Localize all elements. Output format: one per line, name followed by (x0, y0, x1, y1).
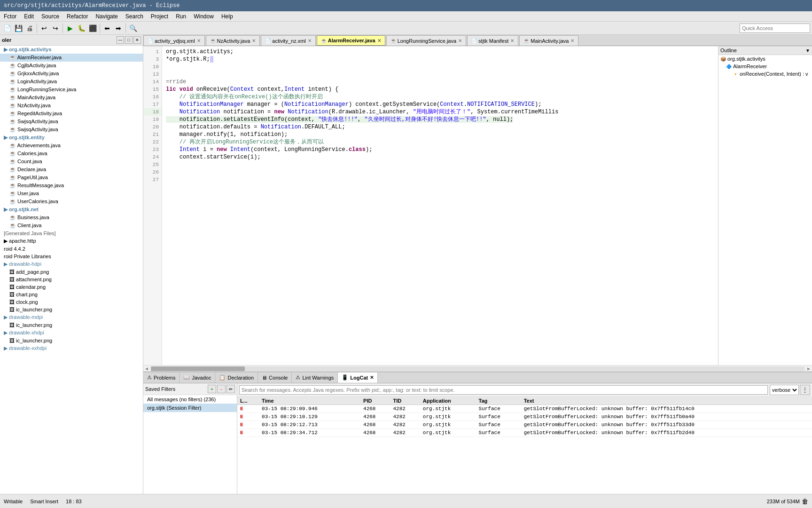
logcat-close-icon[interactable]: ✕ (370, 375, 374, 380)
sidebar-item-android442[interactable]: roid 4.4.2 (0, 245, 143, 253)
outline-item-package[interactable]: 📦 org.stjtk.activitys (718, 55, 812, 63)
redo-button[interactable]: ↪ (50, 23, 61, 33)
sidebar-item-add-page[interactable]: 🖼 add_page.png (0, 268, 143, 276)
sidebar-item-chart[interactable]: 🖼 chart.png (0, 291, 143, 298)
tab-longrunning[interactable]: ☕ LongRunningService.java ✕ (386, 35, 466, 46)
bottom-tab-declaration[interactable]: 📋 Declaration (215, 373, 258, 383)
sidebar-item-usercalories[interactable]: ☕ UserCalories.java (0, 198, 143, 206)
sidebar-maximize-button[interactable]: □ (125, 36, 133, 44)
menu-navigate[interactable]: Navigate (92, 12, 121, 21)
sidebar-item-calendar[interactable]: 🖼 calendar.png (0, 283, 143, 291)
sidebar-item-swjsq1[interactable]: ☕ SwjsqActivity.java (0, 118, 143, 126)
tab-close-mainactivity[interactable]: ✕ (570, 38, 574, 43)
sidebar-item-declare[interactable]: ☕ Declare.java (0, 166, 143, 174)
menu-edit[interactable]: Edit (20, 12, 38, 21)
sidebar-item-mainactivity[interactable]: ☕ MainActivity.java (0, 94, 143, 102)
tab-activity-nz[interactable]: 📄 activity_nz.xml ✕ (261, 35, 316, 46)
remove-filter-button[interactable]: - (217, 385, 226, 393)
menu-help[interactable]: Help (218, 12, 237, 21)
sidebar-item-client[interactable]: ☕ Client.java (0, 222, 143, 230)
table-row[interactable]: E 03-15 08:29:12.713 4268 4282 org.stjtk… (237, 421, 812, 429)
sidebar-item-achievements[interactable]: ☕ Achievements.java (0, 142, 143, 150)
sidebar-item-alarmreceiver[interactable]: ☕ AlarmReceiver.java (0, 54, 143, 62)
bottom-tab-problems[interactable]: ⚠ Problems (143, 373, 180, 383)
sidebar-item-drawable-hdpi[interactable]: ▶ drawable-hdpi (0, 260, 143, 268)
sidebar-item-drawable-xxhdpi[interactable]: ▶ drawable-xxhdpi (0, 344, 143, 352)
sidebar-item-generated[interactable]: [Generated Java Files] (0, 230, 143, 237)
tab-nzactivity[interactable]: ☕ NzActivity.java ✕ (206, 35, 260, 46)
menu-fctor[interactable]: Fctor (0, 12, 20, 21)
tab-alarmreceiver[interactable]: ☕ AlarmReceiver.java ✕ (317, 35, 385, 46)
menu-source[interactable]: Source (38, 12, 63, 21)
edit-filter-button[interactable]: ✏ (226, 385, 235, 393)
sidebar-item-calories[interactable]: ☕ Calories.java (0, 150, 143, 158)
sidebar-item-ic-launcher-hdpi[interactable]: 🖼 ic_launcher.png (0, 306, 143, 313)
sidebar-item-regedit[interactable]: ☕ RegeditActivity.java (0, 110, 143, 118)
sidebar-item-net[interactable]: ▶ org.stjtk.net (0, 206, 143, 214)
sidebar-item-ic-launcher-xhdpi[interactable]: 🖼 ic_launcher.png (0, 337, 143, 344)
sidebar-item-pageutil[interactable]: ☕ PageUtil.java (0, 174, 143, 182)
sidebar-item-count[interactable]: ☕ Count.java (0, 158, 143, 166)
new-button[interactable]: 📄 (2, 23, 12, 33)
sidebar-item-longrunning[interactable]: ☕ LongRunningService.java (0, 86, 143, 94)
sidebar-item-attachment[interactable]: 🖼 attachment.png (0, 276, 143, 283)
tab-close-longrunning[interactable]: ✕ (458, 38, 462, 43)
logcat-table[interactable]: L... Time PID TID Application Tag Text (237, 397, 812, 494)
sidebar-item-swjsq2[interactable]: ☕ SwjsqActivity.java (0, 126, 143, 134)
sidebar-item-clock[interactable]: 🖼 clock.png (0, 298, 143, 306)
table-row[interactable]: E 03-15 08:29:09.946 4268 4282 org.stjtk… (237, 405, 812, 413)
tab-close-activity-nz[interactable]: ✕ (308, 38, 312, 43)
filter-session[interactable]: org.stjtk (Session Filter) (143, 404, 237, 412)
bottom-tab-logcat[interactable]: 📱 LogCat ✕ (338, 373, 378, 383)
quick-access-input[interactable] (740, 24, 810, 33)
sidebar-item-user[interactable]: ☕ User.java (0, 190, 143, 198)
forward-button[interactable]: ➡ (113, 23, 124, 33)
menu-refactor[interactable]: Refactor (63, 12, 92, 21)
save-button[interactable]: 💾 (13, 23, 23, 33)
logcat-search-input[interactable] (239, 385, 768, 395)
tab-activity-ydjsq[interactable]: 📄 activity_ydjsq.xml ✕ (143, 35, 205, 46)
outline-item-method[interactable]: 🔸 onReceive(Context, Intent) : v (718, 70, 812, 78)
h-scroll-thumb[interactable] (151, 366, 245, 371)
sidebar-minimize-button[interactable]: — (117, 36, 124, 44)
code-content[interactable]: org.stjtk.activitys; *org.stjtk.R; =rrid… (162, 46, 718, 365)
h-scroll-left-arrow[interactable]: ◀ (143, 366, 150, 372)
code-editor[interactable]: 1 3 10 13 14 15 16 17 18 19 20 21 22 23 … (143, 46, 718, 365)
search-button[interactable]: 🔍 (128, 23, 138, 33)
h-scroll-track[interactable] (151, 366, 804, 371)
gc-button[interactable]: 🗑 (802, 498, 808, 505)
sidebar-item-ic-launcher-mdpi[interactable]: 🖼 ic_launcher.png (0, 321, 143, 329)
sidebar-item-entity[interactable]: ▶ org.stjtk.entity (0, 134, 143, 142)
sidebar-close-button[interactable]: ✕ (133, 36, 141, 44)
tab-manifest[interactable]: 📄 stjtk Manifest ✕ (467, 35, 518, 46)
table-row[interactable]: E 03-15 08:29:34.712 4268 4282 org.stjtk… (237, 429, 812, 437)
debug-button[interactable]: 🐛 (76, 23, 86, 33)
filter-all-messages[interactable]: All messages (no filters) (236) (143, 395, 237, 404)
outline-item-class[interactable]: 🔷 AlarmReceiver (718, 63, 812, 70)
sidebar-item-grjkxx[interactable]: ☕ GrjkxxActivity.java (0, 70, 143, 78)
menu-project[interactable]: Project (147, 12, 172, 21)
menu-run[interactable]: Run (172, 12, 190, 21)
bottom-tab-javadoc[interactable]: 📖 Javadoc (180, 373, 215, 383)
h-scroll-right-arrow[interactable]: ▶ (805, 366, 812, 372)
sidebar-item-drawable-xhdpi[interactable]: ▶ drawable-xhdpi (0, 329, 143, 337)
tab-mainactivity[interactable]: ☕ MainActivity.java ✕ (519, 35, 578, 46)
sidebar-item-private-libs[interactable]: roid Private Libraries (0, 253, 143, 260)
bottom-tab-console[interactable]: 🖥 Console (258, 373, 292, 383)
back-button[interactable]: ⬅ (102, 23, 112, 33)
tab-close-activity-ydjsq[interactable]: ✕ (197, 38, 201, 43)
table-row[interactable]: E 03-15 08:29:10.129 4268 4282 org.stjtk… (237, 413, 812, 421)
tab-close-nzactivity[interactable]: ✕ (252, 38, 256, 43)
sidebar-item-nzactivity[interactable]: ☕ NzActivity.java (0, 102, 143, 110)
menu-search[interactable]: Search (122, 12, 147, 21)
verbose-dropdown[interactable]: verbose (770, 385, 799, 395)
print-button[interactable]: 🖨 (24, 23, 35, 33)
outline-options-button[interactable]: ▼ (805, 48, 810, 53)
sidebar-item-apache[interactable]: ▶ apache.http (0, 237, 143, 245)
sidebar-item-business[interactable]: ☕ Business.java (0, 214, 143, 222)
sidebar-item-drawable-mdpi[interactable]: ▶ drawable-mdpi (0, 313, 143, 321)
run-button[interactable]: ▶ (65, 23, 75, 33)
add-filter-button[interactable]: + (208, 385, 216, 393)
menu-window[interactable]: Window (190, 12, 218, 21)
undo-button[interactable]: ↩ (39, 23, 49, 33)
